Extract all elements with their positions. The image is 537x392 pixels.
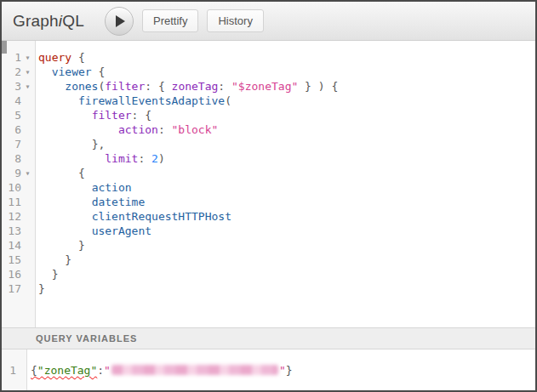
code-line[interactable]: } [38, 281, 535, 296]
gutter-row: 15 [2, 253, 35, 267]
token-attr: limit [105, 152, 138, 165]
code-line[interactable]: {"zoneTag":""} [31, 363, 535, 378]
code-line[interactable]: userAgent [38, 224, 535, 238]
code-line[interactable]: { [38, 166, 535, 180]
code-line[interactable]: firewallEventsAdaptive( [38, 94, 535, 108]
line-number: 1 [2, 363, 16, 378]
token-prop: action [92, 181, 132, 194]
fold-spacer [21, 94, 34, 108]
fold-spacer [21, 281, 34, 296]
line-number: 12 [2, 209, 21, 224]
logo-text-ql: QL [62, 12, 84, 30]
token-ws [38, 253, 65, 266]
query-variables-header[interactable]: QUERY VARIABLES [2, 327, 535, 349]
line-number: 9 [2, 166, 21, 180]
fold-spacer [16, 363, 26, 378]
variables-editor-code[interactable]: {"zoneTag":""} [27, 349, 535, 390]
gutter-row: 14 [2, 238, 35, 253]
gutter-row: 3▾ [2, 79, 35, 94]
gutter-row: 13 [2, 224, 35, 238]
fold-arrow-icon[interactable]: ▾ [21, 79, 34, 94]
token-p: { [92, 65, 106, 78]
gutter-row: 7 [2, 137, 35, 151]
fold-arrow-icon[interactable]: ▾ [21, 65, 34, 79]
token-p: { [71, 51, 85, 64]
scroll-marker [2, 41, 7, 54]
line-number: 6 [2, 122, 21, 137]
code-line[interactable]: action [38, 180, 535, 195]
token-p: } [38, 282, 45, 295]
line-number: 11 [2, 195, 21, 209]
token-ws [38, 181, 92, 194]
history-button[interactable]: History [207, 9, 263, 32]
token-attr: action [118, 123, 158, 136]
token-p: }, [92, 138, 106, 151]
line-number: 14 [2, 238, 21, 253]
token-prop: zones [65, 80, 98, 93]
variables-editor[interactable]: 1 {"zoneTag":""} [2, 349, 535, 390]
line-number: 16 [2, 267, 21, 281]
token-p: : [218, 80, 231, 93]
query-editor-code[interactable]: query { viewer { zones(filter: { zoneTag… [36, 41, 535, 327]
gutter-row: 1 [2, 363, 26, 378]
fold-spacer [21, 224, 34, 238]
token-str: "$zoneTag" [231, 80, 298, 93]
token-ws [38, 268, 52, 281]
toolbar: GraphiQL Prettify History [2, 2, 535, 41]
line-number: 8 [2, 151, 21, 166]
token-ws [38, 152, 105, 165]
code-line[interactable]: viewer { [38, 65, 535, 79]
query-editor[interactable]: 1▾2▾3▾456789▾1011121314151617 query { vi… [2, 41, 535, 327]
token-prop: clientRequestHTTPHost [92, 210, 231, 223]
token-ws [38, 210, 92, 223]
line-number: 15 [2, 253, 21, 267]
gutter-row: 8 [2, 151, 35, 166]
token-p: } ) { [298, 80, 338, 93]
fold-arrow-icon[interactable]: ▾ [21, 166, 34, 180]
code-line[interactable]: clientRequestHTTPHost [38, 209, 535, 224]
code-line[interactable]: query { [38, 50, 535, 65]
prettify-button[interactable]: Prettify [142, 9, 198, 32]
execute-query-button[interactable] [105, 7, 134, 36]
token-str: " [279, 364, 286, 377]
line-number: 4 [2, 94, 21, 108]
code-line[interactable]: zones(filter: { zoneTag: "$zoneTag" } ) … [38, 79, 535, 94]
fold-spacer [21, 137, 34, 151]
fold-spacer [21, 108, 34, 122]
code-line[interactable]: limit: 2) [38, 151, 535, 166]
gutter-row: 16 [2, 267, 35, 281]
token-ws [38, 109, 92, 122]
code-line[interactable]: }, [38, 137, 535, 151]
code-line[interactable]: datetime [38, 195, 535, 209]
code-line[interactable]: action: "block" [38, 122, 535, 137]
token-ws [38, 123, 118, 136]
token-str: "block" [172, 123, 219, 136]
token-p: { [78, 167, 85, 179]
code-line[interactable]: filter: { [38, 108, 535, 122]
code-line[interactable]: } [38, 253, 535, 267]
token-prop: firewallEventsAdaptive [78, 94, 225, 107]
variables-editor-gutter: 1 [2, 349, 27, 390]
token-str: " [104, 364, 111, 377]
token-ws [38, 167, 78, 179]
code-line[interactable]: } [38, 238, 535, 253]
token-p: : [138, 152, 151, 165]
fold-arrow-icon[interactable]: ▾ [21, 50, 34, 65]
graphiql-logo: GraphiQL [13, 12, 84, 31]
token-attr: filter [105, 80, 145, 93]
gutter-row: 9▾ [2, 166, 35, 180]
fold-spacer [21, 122, 34, 137]
token-p: } [78, 239, 85, 252]
token-prop: datetime [92, 196, 146, 208]
token-prop: userAgent [92, 224, 151, 237]
redacted-value [111, 365, 278, 375]
token-p: } [65, 253, 71, 266]
fold-spacer [21, 209, 34, 224]
line-number: 2 [2, 65, 21, 79]
gutter-row: 11 [2, 195, 35, 209]
code-line[interactable]: } [38, 267, 535, 281]
token-p: ) [158, 152, 165, 165]
gutter-row: 10 [2, 180, 35, 195]
gutter-row: 6 [2, 122, 35, 137]
line-number: 17 [2, 281, 21, 296]
